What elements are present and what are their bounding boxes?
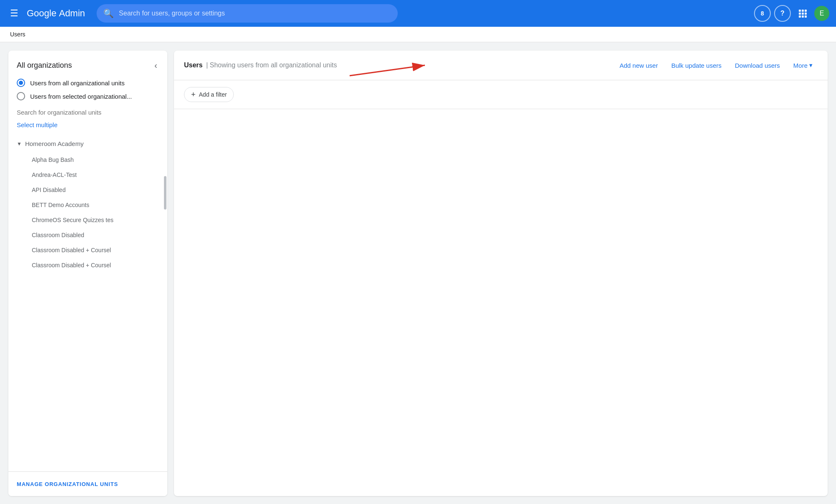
add-filter-button[interactable]: + Add a filter: [184, 87, 234, 102]
list-item[interactable]: BETT Demo Accounts: [8, 197, 167, 212]
question-label: ?: [780, 10, 785, 17]
org-tree-children: Alpha Bug Bash Andrea-ACL-Test API Disab…: [8, 152, 167, 273]
svg-rect-0: [799, 10, 801, 12]
list-item[interactable]: API Disabled: [8, 182, 167, 197]
svg-rect-1: [802, 10, 804, 12]
search-org-input[interactable]: [17, 107, 159, 118]
list-item[interactable]: Alpha Bug Bash: [8, 152, 167, 167]
menu-icon[interactable]: ☰: [7, 5, 22, 22]
radio-selected-label: Users from selected organizational...: [30, 93, 132, 100]
list-item[interactable]: Classroom Disabled: [8, 228, 167, 243]
org-filter-radio-group: Users from all organizational units User…: [8, 79, 167, 100]
main-content-area: All organizations ‹ Users from all organ…: [0, 42, 836, 504]
org-tree: ▼ Homeroom Academy Alpha Bug Bash Andrea…: [8, 135, 167, 471]
list-item[interactable]: Classroom Disabled + Coursel: [8, 258, 167, 273]
radio-all-orgs[interactable]: Users from all organizational units: [17, 79, 159, 87]
breadcrumb: Users: [0, 27, 836, 42]
logo-google: Google: [27, 8, 56, 19]
select-multiple-link[interactable]: Select multiple: [8, 121, 167, 135]
panel-subtitle: | Showing users from all organizational …: [206, 61, 337, 69]
sidebar-footer: MANAGE ORGANIZATIONAL UNITS: [8, 471, 167, 496]
global-search-bar[interactable]: 🔍: [97, 4, 398, 23]
sidebar-scrollbar[interactable]: [164, 176, 166, 210]
radio-circle-selected: [17, 92, 25, 100]
main-panel: Users | Showing users from all organizat…: [174, 51, 828, 496]
download-users-button[interactable]: Download users: [730, 59, 785, 72]
radio-selected-orgs[interactable]: Users from selected organizational...: [17, 92, 159, 100]
number-label: 8: [761, 10, 764, 17]
org-tree-root-item[interactable]: ▼ Homeroom Academy: [8, 135, 167, 152]
more-label: More: [793, 62, 808, 69]
user-avatar[interactable]: E: [814, 6, 829, 21]
plus-icon: +: [191, 91, 196, 98]
list-item[interactable]: Classroom Disabled + Coursel: [8, 243, 167, 258]
list-item[interactable]: Andrea-ACL-Test: [8, 167, 167, 182]
filter-bar: + Add a filter: [174, 80, 828, 109]
svg-rect-8: [805, 15, 807, 18]
svg-rect-5: [805, 13, 807, 15]
search-icon: 🔍: [103, 8, 114, 18]
bulk-update-users-button[interactable]: Bulk update users: [666, 59, 726, 72]
org-root-label: Homeroom Academy: [25, 140, 84, 147]
top-navigation: ☰ Google Admin 🔍 8 ?: [0, 0, 836, 27]
sidebar-collapse-button[interactable]: ‹: [153, 59, 159, 72]
breadcrumb-label: Users: [10, 31, 26, 38]
manage-org-units-link[interactable]: MANAGE ORGANIZATIONAL UNITS: [17, 481, 118, 487]
list-item[interactable]: ChromeOS Secure Quizzes tes: [8, 212, 167, 228]
svg-rect-7: [802, 15, 804, 18]
radio-circle-all: [17, 79, 25, 87]
add-filter-label: Add a filter: [199, 91, 227, 98]
apps-grid-icon[interactable]: [794, 5, 811, 22]
sidebar-header: All organizations ‹: [8, 51, 167, 79]
svg-rect-6: [799, 15, 801, 18]
panel-header-wrapper: Users | Showing users from all organizat…: [174, 51, 828, 80]
svg-rect-3: [799, 13, 801, 15]
help-icon[interactable]: ?: [774, 5, 791, 22]
chevron-down-icon: ▼: [17, 141, 22, 147]
radio-all-label: Users from all organizational units: [30, 79, 125, 87]
global-search-input[interactable]: [119, 10, 391, 17]
add-new-user-button[interactable]: Add new user: [614, 59, 663, 72]
avatar-letter: E: [820, 10, 824, 17]
panel-title-group: Users | Showing users from all organizat…: [184, 61, 337, 69]
support-number-icon[interactable]: 8: [754, 5, 771, 22]
more-dropdown-button[interactable]: More ▾: [788, 58, 818, 72]
panel-header: Users | Showing users from all organizat…: [174, 51, 828, 80]
sidebar-title: All organizations: [17, 61, 72, 70]
chevron-down-icon: ▾: [809, 61, 813, 69]
app-logo: Google Admin: [27, 8, 85, 19]
svg-rect-4: [802, 13, 804, 15]
sidebar-organizations: All organizations ‹ Users from all organ…: [8, 51, 167, 496]
logo-admin: Admin: [59, 8, 85, 19]
panel-title: Users: [184, 61, 202, 69]
nav-right-icons: 8 ? E: [754, 5, 829, 22]
svg-rect-2: [805, 10, 807, 12]
panel-actions: Add new user Bulk update users Download …: [614, 58, 818, 72]
